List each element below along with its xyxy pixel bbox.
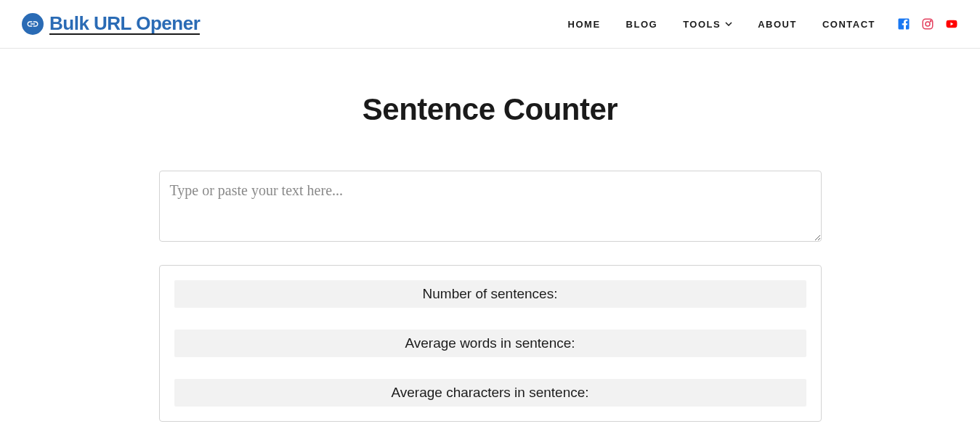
logo-text: Bulk URL Opener (49, 14, 200, 35)
chevron-down-icon (725, 20, 732, 28)
svg-point-2 (930, 20, 931, 22)
nav-item-tools[interactable]: TOOLS (683, 19, 732, 30)
nav-label: BLOG (626, 19, 658, 30)
nav-item-blog[interactable]: BLOG (626, 19, 658, 30)
stats-box: Number of sentences: Average words in se… (159, 265, 822, 422)
page-title: Sentence Counter (159, 92, 822, 127)
svg-point-1 (926, 22, 930, 26)
stat-row-avg-chars: Average characters in sentence: (174, 379, 806, 407)
text-input-area[interactable] (159, 171, 822, 242)
social-icons (897, 17, 958, 30)
nav-label: HOME (568, 19, 601, 30)
site-header: Bulk URL Opener HOME BLOG TOOLS ABOUT CO… (0, 0, 980, 49)
nav-label: ABOUT (758, 19, 797, 30)
site-logo[interactable]: Bulk URL Opener (22, 13, 200, 35)
nav-label: CONTACT (822, 19, 875, 30)
nav-label: TOOLS (683, 19, 721, 30)
nav-item-home[interactable]: HOME (568, 19, 601, 30)
nav-item-about[interactable]: ABOUT (758, 19, 797, 30)
nav-item-contact[interactable]: CONTACT (822, 19, 875, 30)
stat-row-sentences: Number of sentences: (174, 280, 806, 308)
stat-row-avg-words: Average words in sentence: (174, 330, 806, 357)
main-content: Sentence Counter Number of sentences: Av… (159, 49, 822, 437)
stat-label: Average characters in sentence: (391, 385, 588, 400)
facebook-icon[interactable] (897, 17, 910, 30)
instagram-icon[interactable] (921, 17, 934, 30)
nav-container: HOME BLOG TOOLS ABOUT CONTACT (568, 17, 958, 30)
stat-label: Average words in sentence: (405, 335, 575, 351)
main-nav: HOME BLOG TOOLS ABOUT CONTACT (568, 19, 875, 30)
stat-label: Number of sentences: (423, 286, 558, 301)
youtube-icon[interactable] (945, 17, 958, 30)
link-icon (22, 13, 44, 35)
